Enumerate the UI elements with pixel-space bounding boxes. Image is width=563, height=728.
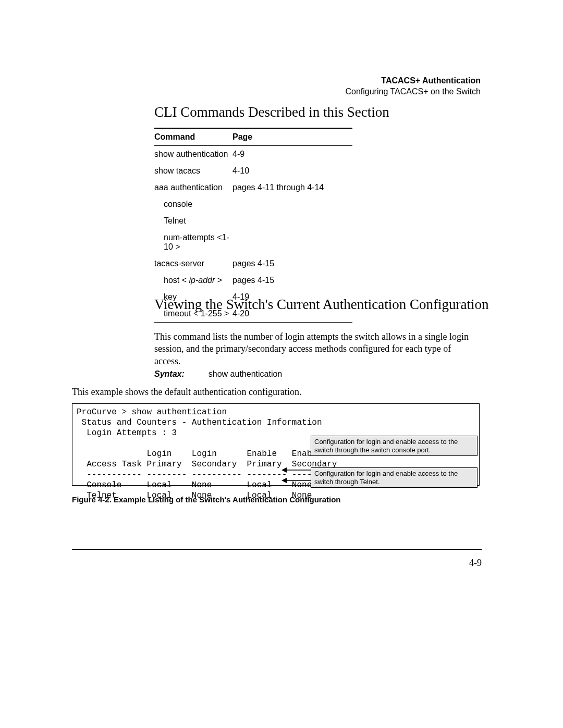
syntax-value: show authentication bbox=[209, 369, 282, 378]
running-header: TACACS+ Authentication Configuring TACAC… bbox=[345, 76, 481, 97]
figure-caption: Figure 4-2. Example Listing of the Switc… bbox=[72, 495, 341, 504]
footer-rule bbox=[72, 549, 482, 550]
callout-telnet: Configuration for login and enable acces… bbox=[311, 467, 478, 488]
callout-console: Configuration for login and enable acces… bbox=[311, 436, 478, 456]
table-row: show authentication4-9 bbox=[154, 146, 352, 163]
header-title: TACACS+ Authentication bbox=[345, 76, 481, 87]
section-heading: CLI Commands Described in this Section bbox=[154, 104, 389, 120]
header-subtitle: Configuring TACACS+ on the Switch bbox=[345, 87, 481, 97]
table-row: console bbox=[154, 196, 352, 213]
th-page: Page bbox=[232, 128, 352, 146]
syntax-label: Syntax: bbox=[154, 369, 185, 378]
table-row: aaa authenticationpages 4-11 through 4-1… bbox=[154, 179, 352, 196]
example-paragraph: This example shows the default authentic… bbox=[72, 387, 301, 398]
table-row: tacacs-serverpages 4-15 bbox=[154, 255, 352, 272]
page-number: 4-9 bbox=[469, 558, 482, 569]
table-row: num-attempts <1-10 > bbox=[154, 229, 352, 255]
body-paragraph: This command lists the number of login a… bbox=[154, 331, 478, 367]
subsection-heading: Viewing the Switch's Current Authenticat… bbox=[154, 297, 488, 313]
table-row: host < ip-addr > pages 4-15 bbox=[154, 272, 352, 289]
th-command: Command bbox=[154, 128, 232, 146]
table-row: Telnet bbox=[154, 213, 352, 229]
command-table: Command Page show authentication4-9 show… bbox=[154, 128, 352, 323]
page: TACACS+ Authentication Configuring TACAC… bbox=[0, 0, 563, 728]
syntax-line: Syntax: show authentication bbox=[154, 369, 282, 379]
table-row: show tacacs4-10 bbox=[154, 163, 352, 179]
